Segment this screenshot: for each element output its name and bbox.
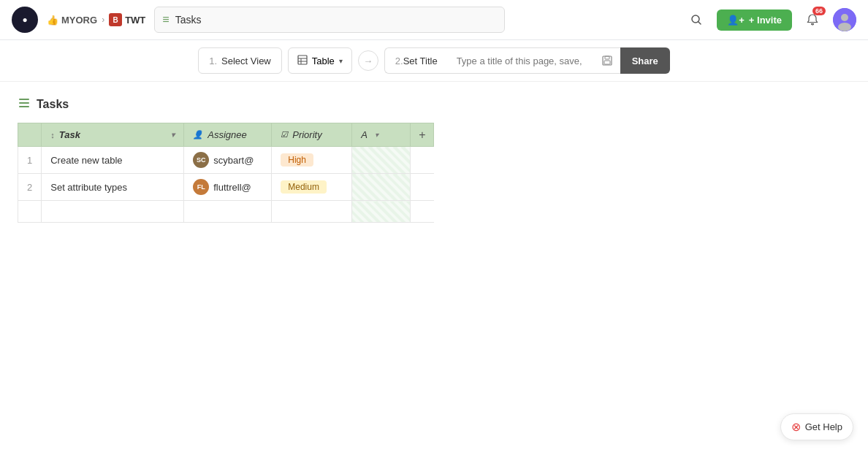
row-num-1: 1 bbox=[18, 147, 42, 174]
breadcrumb-separator: › bbox=[102, 15, 104, 25]
assignee-cell-1[interactable]: SC scybart@ bbox=[184, 147, 272, 174]
assignee-col-label: Assignee bbox=[208, 129, 246, 140]
priority-icon: ☑ bbox=[281, 130, 288, 139]
step2-num: 2. bbox=[395, 56, 403, 66]
priority-col-label: Priority bbox=[292, 129, 321, 140]
page-title-row: Tasks bbox=[18, 96, 850, 112]
add-column-button[interactable]: + bbox=[411, 123, 434, 147]
tasks-icon bbox=[18, 96, 31, 112]
svg-rect-13 bbox=[604, 61, 610, 64]
svg-rect-16 bbox=[19, 106, 29, 107]
a-cell-empty[interactable] bbox=[352, 201, 411, 223]
twt-logo: B bbox=[109, 13, 122, 26]
svg-rect-7 bbox=[298, 56, 307, 64]
priority-cell-empty[interactable] bbox=[272, 201, 352, 223]
page-title: Tasks bbox=[37, 98, 69, 111]
invite-label: + Invite bbox=[749, 15, 782, 26]
top-nav: ● 👍 MYORG › B TWT ≡ Tasks 👤+ + Invite 66 bbox=[0, 0, 868, 40]
priority-cell-1[interactable]: High bbox=[272, 147, 352, 174]
assignee-cell-2[interactable]: FL fluttrell@ bbox=[184, 174, 272, 201]
notif-badge: 66 bbox=[812, 7, 826, 15]
table-view-button[interactable]: Table ▾ bbox=[288, 47, 352, 74]
assignee-avatar-1: SC bbox=[193, 152, 209, 168]
table-row: 1 Create new table SC scybart@ High bbox=[18, 147, 434, 174]
select-view-button[interactable]: 1. Select View bbox=[198, 47, 282, 74]
svg-point-6 bbox=[838, 23, 851, 31]
col-header-a[interactable]: A ▾ bbox=[352, 123, 411, 147]
task-value-2: Set attribute types bbox=[50, 182, 127, 193]
table-row: 2 Set attribute types FL fluttrell@ Medi… bbox=[18, 174, 434, 201]
col-header-task[interactable]: ↕ Task ▾ bbox=[42, 123, 184, 147]
search-bar-list-icon: ≡ bbox=[162, 13, 169, 26]
invite-button[interactable]: 👤+ + Invite bbox=[717, 9, 792, 31]
forward-icon: → bbox=[363, 56, 373, 66]
step2-label: Set Title bbox=[403, 56, 438, 66]
invite-icon: 👤+ bbox=[727, 15, 745, 26]
assignee-cell-empty[interactable] bbox=[184, 201, 272, 223]
task-cell-2[interactable]: Set attribute types bbox=[42, 174, 184, 201]
notifications-button[interactable]: 66 bbox=[801, 8, 824, 31]
org-name[interactable]: 👍 MYORG bbox=[47, 15, 97, 26]
get-help-button[interactable]: ⊗ Get Help bbox=[780, 413, 853, 440]
task-sort-icon: ↕ bbox=[50, 131, 55, 139]
assignee-icon: 👤 bbox=[193, 130, 203, 139]
data-table: ↕ Task ▾ 👤 Assignee ☑ Priority bbox=[18, 123, 434, 223]
user-avatar[interactable] bbox=[833, 8, 856, 31]
svg-rect-15 bbox=[19, 102, 29, 104]
svg-line-3 bbox=[698, 22, 701, 25]
table-header-row: ↕ Task ▾ 👤 Assignee ☑ Priority bbox=[18, 123, 434, 147]
main-content: Tasks ↕ Task ▾ 👤 Assignee bbox=[0, 82, 868, 237]
task-cell-1[interactable]: Create new table bbox=[42, 147, 184, 174]
col-header-assignee[interactable]: 👤 Assignee bbox=[184, 123, 272, 147]
save-button[interactable] bbox=[594, 47, 620, 74]
title-input[interactable] bbox=[448, 47, 594, 74]
share-button[interactable]: Share bbox=[620, 47, 670, 74]
org-breadcrumb: 👍 MYORG › B TWT bbox=[47, 13, 145, 26]
a-col-caret[interactable]: ▾ bbox=[375, 131, 378, 139]
task-value-1: Create new table bbox=[50, 155, 122, 166]
svg-point-5 bbox=[841, 14, 848, 21]
nav-right: 👤+ + Invite 66 bbox=[685, 8, 856, 31]
table-caret-icon: ▾ bbox=[339, 57, 343, 65]
a-col-label: A bbox=[361, 129, 368, 140]
toolbar: 1. Select View Table ▾ → 2. Set Title Sh… bbox=[0, 40, 868, 82]
table-label: Table bbox=[312, 56, 335, 66]
global-search-button[interactable] bbox=[685, 8, 708, 31]
priority-cell-2[interactable]: Medium bbox=[272, 174, 352, 201]
forward-arrow-button[interactable]: → bbox=[358, 50, 378, 71]
a-cell-2[interactable] bbox=[352, 174, 411, 201]
a-cell-1[interactable] bbox=[352, 147, 411, 174]
assignee-avatar-2: FL bbox=[193, 179, 209, 195]
task-col-caret[interactable]: ▾ bbox=[171, 131, 175, 139]
step1-num: 1. bbox=[209, 56, 217, 66]
get-help-label: Get Help bbox=[805, 421, 842, 432]
svg-text:●: ● bbox=[22, 15, 27, 25]
set-title-button[interactable]: 2. Set Title bbox=[384, 47, 448, 74]
assignee-name-1: scybart@ bbox=[213, 155, 254, 166]
task-col-label: Task bbox=[59, 129, 80, 140]
priority-badge-1: High bbox=[281, 153, 313, 167]
priority-badge-2: Medium bbox=[281, 180, 327, 194]
svg-rect-14 bbox=[19, 99, 29, 100]
twt-label: TWT bbox=[125, 15, 145, 26]
org-name-label: MYORG bbox=[61, 15, 97, 26]
col-header-priority[interactable]: ☑ Priority bbox=[272, 123, 352, 147]
step1-label: Select View bbox=[221, 56, 271, 66]
task-cell-empty[interactable] bbox=[42, 201, 184, 223]
table-icon bbox=[297, 55, 308, 67]
set-title-group: 2. Set Title Share bbox=[384, 47, 670, 74]
twt-name[interactable]: B TWT bbox=[109, 13, 145, 26]
assignee-name-2: fluttrell@ bbox=[213, 182, 251, 193]
row-num-2: 2 bbox=[18, 174, 42, 201]
org-icon: 👍 bbox=[47, 15, 58, 26]
row-num-3 bbox=[18, 201, 42, 223]
search-bar[interactable]: ≡ Tasks bbox=[154, 7, 505, 33]
table-row-empty bbox=[18, 201, 434, 223]
search-bar-text: Tasks bbox=[175, 14, 202, 26]
help-icon: ⊗ bbox=[791, 420, 801, 434]
app-logo: ● bbox=[12, 7, 38, 33]
